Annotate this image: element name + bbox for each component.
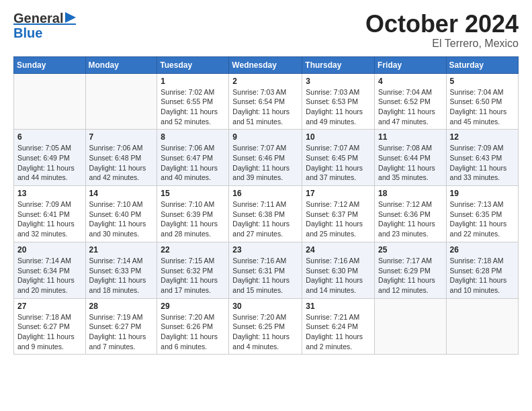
- day-info: Sunrise: 7:14 AMSunset: 6:33 PMDaylight:…: [89, 256, 154, 295]
- day-number: 30: [232, 302, 298, 311]
- calendar-day-cell: 22Sunrise: 7:15 AMSunset: 6:32 PMDayligh…: [157, 242, 229, 298]
- day-number: 28: [89, 302, 154, 311]
- day-number: 31: [306, 302, 371, 311]
- title-block: October 2024 El Terrero, Mexico: [365, 11, 519, 50]
- day-number: 6: [17, 132, 82, 142]
- day-number: 14: [89, 189, 154, 198]
- day-number: 17: [306, 189, 371, 198]
- calendar-day-cell: 17Sunrise: 7:12 AMSunset: 6:37 PMDayligh…: [302, 186, 375, 242]
- calendar-day-cell: 25Sunrise: 7:17 AMSunset: 6:29 PMDayligh…: [375, 242, 447, 298]
- calendar-header-saturday: Saturday: [446, 56, 518, 73]
- day-number: 13: [17, 189, 82, 198]
- day-number: 20: [17, 245, 82, 255]
- day-number: 21: [89, 245, 154, 255]
- calendar-day-cell: 23Sunrise: 7:16 AMSunset: 6:31 PMDayligh…: [229, 242, 302, 298]
- calendar-day-cell: 16Sunrise: 7:11 AMSunset: 6:38 PMDayligh…: [229, 186, 302, 242]
- day-info: Sunrise: 7:09 AMSunset: 6:41 PMDaylight:…: [17, 199, 82, 239]
- day-info: Sunrise: 7:12 AMSunset: 6:36 PMDaylight:…: [378, 199, 443, 239]
- day-info: Sunrise: 7:10 AMSunset: 6:39 PMDaylight:…: [161, 199, 225, 239]
- calendar-day-cell: [85, 73, 157, 130]
- day-number: 16: [232, 189, 298, 198]
- day-info: Sunrise: 7:13 AMSunset: 6:35 PMDaylight:…: [450, 199, 515, 239]
- calendar-day-cell: 26Sunrise: 7:18 AMSunset: 6:28 PMDayligh…: [446, 242, 518, 298]
- day-number: 24: [306, 245, 371, 255]
- day-number: 4: [378, 77, 443, 86]
- day-info: Sunrise: 7:21 AMSunset: 6:24 PMDaylight:…: [306, 312, 371, 352]
- calendar-day-cell: [14, 73, 86, 130]
- day-info: Sunrise: 7:08 AMSunset: 6:44 PMDaylight:…: [378, 143, 443, 183]
- calendar-day-cell: 1Sunrise: 7:02 AMSunset: 6:55 PMDaylight…: [157, 73, 229, 130]
- calendar-week-row: 13Sunrise: 7:09 AMSunset: 6:41 PMDayligh…: [14, 186, 519, 242]
- calendar-week-row: 1Sunrise: 7:02 AMSunset: 6:55 PMDaylight…: [14, 73, 519, 130]
- day-info: Sunrise: 7:17 AMSunset: 6:29 PMDaylight:…: [378, 256, 443, 295]
- calendar-day-cell: 11Sunrise: 7:08 AMSunset: 6:44 PMDayligh…: [375, 130, 447, 186]
- day-info: Sunrise: 7:05 AMSunset: 6:49 PMDaylight:…: [17, 143, 82, 183]
- calendar-day-cell: 12Sunrise: 7:09 AMSunset: 6:43 PMDayligh…: [446, 130, 518, 186]
- calendar-day-cell: 28Sunrise: 7:19 AMSunset: 6:27 PMDayligh…: [85, 298, 157, 355]
- month-title: October 2024: [365, 11, 519, 38]
- calendar-day-cell: 14Sunrise: 7:10 AMSunset: 6:40 PMDayligh…: [85, 186, 157, 242]
- calendar-header-wednesday: Wednesday: [229, 56, 302, 73]
- svg-marker-0: [65, 12, 76, 23]
- day-info: Sunrise: 7:04 AMSunset: 6:52 PMDaylight:…: [378, 87, 443, 127]
- day-number: 15: [161, 189, 225, 198]
- calendar-day-cell: [375, 298, 447, 355]
- calendar-day-cell: 31Sunrise: 7:21 AMSunset: 6:24 PMDayligh…: [302, 298, 375, 355]
- day-info: Sunrise: 7:07 AMSunset: 6:45 PMDaylight:…: [306, 143, 371, 183]
- day-number: 23: [232, 245, 298, 255]
- day-info: Sunrise: 7:03 AMSunset: 6:53 PMDaylight:…: [306, 87, 371, 127]
- day-info: Sunrise: 7:18 AMSunset: 6:28 PMDaylight:…: [450, 256, 515, 295]
- day-number: 22: [161, 245, 225, 255]
- day-number: 9: [232, 132, 298, 142]
- calendar-header-monday: Monday: [85, 56, 157, 73]
- day-info: Sunrise: 7:14 AMSunset: 6:34 PMDaylight:…: [17, 256, 82, 295]
- calendar-day-cell: 30Sunrise: 7:20 AMSunset: 6:25 PMDayligh…: [229, 298, 302, 355]
- day-info: Sunrise: 7:03 AMSunset: 6:54 PMDaylight:…: [232, 87, 298, 127]
- day-info: Sunrise: 7:06 AMSunset: 6:48 PMDaylight:…: [89, 143, 154, 183]
- day-info: Sunrise: 7:20 AMSunset: 6:26 PMDaylight:…: [161, 312, 225, 352]
- calendar-week-row: 6Sunrise: 7:05 AMSunset: 6:49 PMDaylight…: [14, 130, 519, 186]
- day-info: Sunrise: 7:20 AMSunset: 6:25 PMDaylight:…: [232, 312, 298, 352]
- day-number: 5: [450, 77, 515, 86]
- calendar-day-cell: 10Sunrise: 7:07 AMSunset: 6:45 PMDayligh…: [302, 130, 375, 186]
- calendar-day-cell: 9Sunrise: 7:07 AMSunset: 6:46 PMDaylight…: [229, 130, 302, 186]
- calendar-day-cell: 19Sunrise: 7:13 AMSunset: 6:35 PMDayligh…: [446, 186, 518, 242]
- calendar-day-cell: 29Sunrise: 7:20 AMSunset: 6:26 PMDayligh…: [157, 298, 229, 355]
- logo-general-text: General: [13, 11, 63, 26]
- calendar-day-cell: 21Sunrise: 7:14 AMSunset: 6:33 PMDayligh…: [85, 242, 157, 298]
- day-info: Sunrise: 7:15 AMSunset: 6:32 PMDaylight:…: [161, 256, 225, 295]
- calendar-header-friday: Friday: [375, 56, 447, 73]
- calendar-day-cell: 15Sunrise: 7:10 AMSunset: 6:39 PMDayligh…: [157, 186, 229, 242]
- day-number: 11: [378, 132, 443, 142]
- day-number: 10: [306, 132, 371, 142]
- day-number: 3: [306, 77, 371, 86]
- calendar-day-cell: [446, 298, 518, 355]
- day-info: Sunrise: 7:07 AMSunset: 6:46 PMDaylight:…: [232, 143, 298, 183]
- calendar-page: General Blue October 2024 El Terrero, Me…: [0, 0, 532, 365]
- day-number: 26: [450, 245, 515, 255]
- calendar-header-thursday: Thursday: [302, 56, 375, 73]
- calendar-week-row: 27Sunrise: 7:18 AMSunset: 6:27 PMDayligh…: [14, 298, 519, 355]
- logo-flag-icon: [64, 12, 76, 26]
- day-number: 8: [161, 132, 225, 142]
- day-info: Sunrise: 7:12 AMSunset: 6:37 PMDaylight:…: [306, 199, 371, 239]
- calendar-day-cell: 20Sunrise: 7:14 AMSunset: 6:34 PMDayligh…: [14, 242, 86, 298]
- day-info: Sunrise: 7:11 AMSunset: 6:38 PMDaylight:…: [232, 199, 298, 239]
- day-number: 29: [161, 302, 225, 311]
- calendar-day-cell: 6Sunrise: 7:05 AMSunset: 6:49 PMDaylight…: [14, 130, 86, 186]
- calendar-day-cell: 27Sunrise: 7:18 AMSunset: 6:27 PMDayligh…: [14, 298, 86, 355]
- day-number: 19: [450, 189, 515, 198]
- day-info: Sunrise: 7:18 AMSunset: 6:27 PMDaylight:…: [17, 312, 82, 352]
- calendar-table: SundayMondayTuesdayWednesdayThursdayFrid…: [13, 56, 519, 355]
- day-number: 7: [89, 132, 154, 142]
- calendar-day-cell: 18Sunrise: 7:12 AMSunset: 6:36 PMDayligh…: [375, 186, 447, 242]
- calendar-day-cell: 3Sunrise: 7:03 AMSunset: 6:53 PMDaylight…: [302, 73, 375, 130]
- day-number: 27: [17, 302, 82, 311]
- day-info: Sunrise: 7:10 AMSunset: 6:40 PMDaylight:…: [89, 199, 154, 239]
- calendar-day-cell: 4Sunrise: 7:04 AMSunset: 6:52 PMDaylight…: [375, 73, 447, 130]
- day-info: Sunrise: 7:06 AMSunset: 6:47 PMDaylight:…: [161, 143, 225, 183]
- calendar-week-row: 20Sunrise: 7:14 AMSunset: 6:34 PMDayligh…: [14, 242, 519, 298]
- day-info: Sunrise: 7:02 AMSunset: 6:55 PMDaylight:…: [161, 87, 225, 127]
- day-info: Sunrise: 7:16 AMSunset: 6:31 PMDaylight:…: [232, 256, 298, 295]
- day-info: Sunrise: 7:19 AMSunset: 6:27 PMDaylight:…: [89, 312, 154, 352]
